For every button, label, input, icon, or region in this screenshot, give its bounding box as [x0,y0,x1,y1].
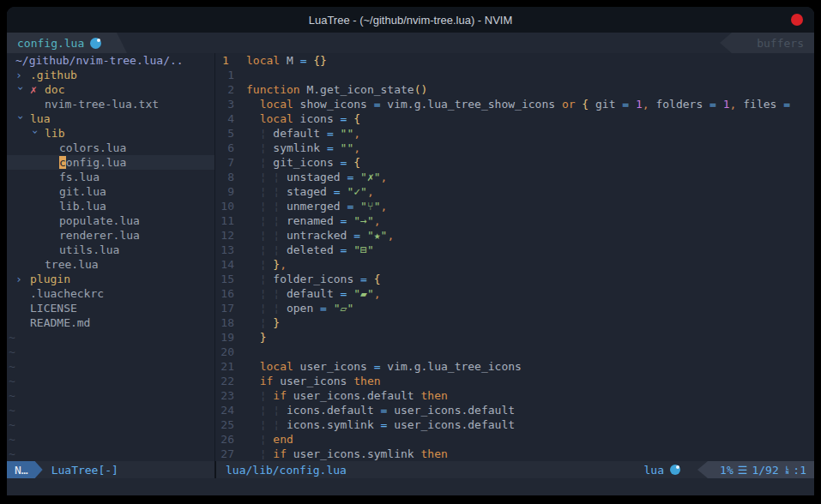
tree-row[interactable]: tree.lua [7,257,214,272]
tree-item-label: onfig.lua [66,156,126,169]
statusline-tree-section: N… LuaTree[-] [7,461,214,478]
tree-row[interactable]: fs.lua [7,170,214,184]
code-line[interactable]: 16 ¦ ¦ default = "▰", [215,286,814,301]
code-line[interactable]: 27 ¦ if user_icons.symlink then [215,447,814,461]
code-line[interactable]: 26 ¦ end [215,432,814,447]
code-token: "✗" [360,171,380,183]
code-line[interactable]: 9 ¦ ¦ staged = "✓", [215,184,814,199]
buffers-segment[interactable]: buffers [720,33,814,53]
code-line[interactable]: 11 ¦ ¦ renamed = "→", [215,213,814,228]
code-token [353,171,360,183]
filetype-label: lua [644,464,664,477]
tree-row[interactable]: renderer.lua [7,228,214,243]
tree-row[interactable]: ~ [7,432,214,447]
lua-logo-icon [90,38,101,49]
indent-guide: ¦ [273,229,280,242]
code-token [246,156,260,169]
code-token [246,258,260,271]
tree-row[interactable]: ~ [7,388,214,403]
code-token: = [320,302,327,315]
code-token: icons [293,112,341,125]
code-line[interactable]: 12 ¦ ¦ untracked = "★", [215,228,814,243]
line-number: 8 [215,170,246,184]
code-line[interactable]: 18 ¦ } [215,315,814,330]
tree-row[interactable]: ›.github [7,68,214,82]
tree-row[interactable]: ~ [7,374,214,388]
code-line[interactable]: 13 ¦ ¦ deleted = "⊟" [215,243,814,257]
mode-indicator: N… [7,461,43,478]
code-line[interactable]: 19 } [215,330,814,345]
tree-item-label: ~ [9,447,15,460]
code-token: symlink [266,141,326,154]
code-token: then [421,389,448,402]
line-number-icon: L N [786,465,789,474]
tree-row[interactable]: LICENSE [7,301,214,315]
tree-row[interactable]: ~ [7,417,214,432]
code-line[interactable]: 7 ¦ git_icons = { [215,155,814,170]
command-line[interactable] [7,478,814,495]
tree-row[interactable]: nvim-tree-lua.txt [7,97,214,111]
tree-row[interactable]: ›plugin [7,272,214,286]
tree-row[interactable]: ~ [7,345,214,359]
code-token: M [280,54,299,67]
line-number-current: 1 [215,53,246,68]
code-token: {} [313,54,327,67]
code-line[interactable]: 25 ¦ ¦ icons.symlink = user_icons.defaul… [215,417,814,432]
tree-row[interactable]: populate.lua [7,213,214,228]
line-number: 20 [215,345,246,359]
code-line[interactable]: 8 ¦ ¦ unstaged = "✗", [215,170,814,184]
code-token: or [562,98,576,111]
tree-row[interactable]: ~ [7,403,214,417]
git-unstaged-icon: ✗ [30,82,45,97]
line-number: 24 [215,403,246,417]
code-line[interactable]: 14 ¦ }, [215,257,814,272]
tree-row[interactable]: ~ [7,447,214,461]
tree-row[interactable]: git.lua [7,184,214,199]
code-token [246,433,260,446]
code-line[interactable]: 2function M.get_icon_state() [215,82,814,97]
code-line[interactable]: 17 ¦ ¦ open = "▱" [215,301,814,315]
code-token: end [273,433,293,446]
code-line[interactable]: 21 local user_icons = vim.g.lua_tree_ico… [215,359,814,374]
code-line[interactable]: 6 ¦ symlink = "", [215,141,814,155]
window-titlebar[interactable]: LuaTree - (~/github/nvim-tree.lua) - NVI… [7,7,814,33]
tree-row[interactable]: ~ [7,359,214,374]
tree-row[interactable]: utils.lua [7,243,214,257]
code-line[interactable]: 22 if user_icons then [215,374,814,388]
tree-row[interactable]: config.lua [7,155,214,170]
tree-row[interactable]: ›lua [7,111,214,126]
tree-row[interactable]: ~/github/nvim-tree.lua/.. [7,53,214,68]
code-token: function [246,83,300,96]
code-line[interactable]: 23 ¦ if user_icons.default then [215,388,814,403]
tree-row[interactable]: lib.lua [7,199,214,213]
tree-row[interactable]: README.md [7,315,214,330]
code-line[interactable]: 5 ¦ default = "", [215,126,814,141]
code-line[interactable]: 24 ¦ ¦ icons.default = user_icons.defaul… [215,403,814,417]
code-line[interactable]: 3 local show_icons = vim.g.lua_tree_show… [215,97,814,111]
code-line[interactable]: 4 local icons = { [215,111,814,126]
code-line[interactable]: 20 [215,345,814,359]
code-token [246,243,260,256]
indent-guide: ¦ [273,214,280,227]
code-line[interactable]: 1 [215,68,814,82]
code-token [246,127,260,140]
tab-config-lua[interactable]: config.lua [7,33,127,53]
code-line[interactable]: 10 ¦ ¦ unmerged = "⑂", [215,199,814,213]
code-line[interactable]: 1local M = {} [215,53,814,68]
code-line[interactable]: 15 ¦ folder_icons = { [215,272,814,286]
tree-row[interactable]: ›✗doc [7,82,214,97]
tree-row[interactable]: .luacheckrc [7,286,214,301]
code-token: default [280,287,340,300]
code-token: folders [649,98,709,111]
lua-logo-icon [670,465,680,475]
code-token: = [374,98,381,111]
tree-buffer-name: LuaTree[-] [51,464,118,477]
editor-main-area: ~/github/nvim-tree.lua/..›.github›✗docnv… [7,53,814,461]
close-button[interactable] [791,14,803,26]
tree-row[interactable]: ~ [7,330,214,345]
tree-row[interactable]: ›lib [7,126,214,141]
line-number: 27 [215,447,246,461]
code-token: unmerged [280,200,347,213]
code-token [246,375,260,387]
tree-item-label: colors.lua [59,141,126,154]
